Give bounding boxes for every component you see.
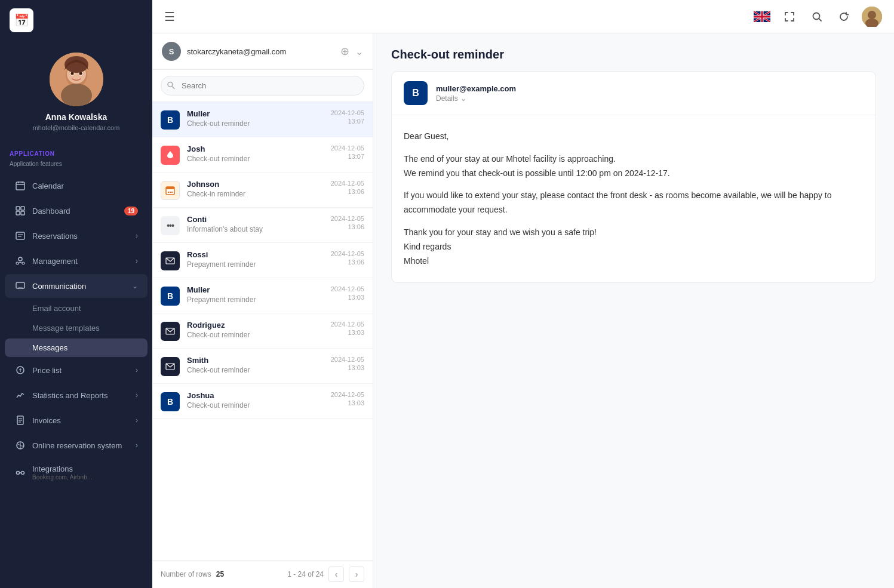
email-item[interactable]: B Muller Prepayment reminder 2024-12-05 … xyxy=(152,278,373,313)
sidebar-item-communication[interactable]: Communication ⌄ xyxy=(5,274,148,298)
search-icon[interactable] xyxy=(807,7,827,27)
topbar-user-avatar[interactable] xyxy=(862,7,882,27)
avatar-image xyxy=(50,53,103,106)
email-date: 2024-12-05 xyxy=(331,144,364,152)
email-sender-name: Johnson xyxy=(187,180,324,189)
sender-avatar: B xyxy=(404,81,428,105)
pricelist-chevron-icon: › xyxy=(136,366,138,374)
language-selector[interactable] xyxy=(752,7,772,27)
email-item[interactable]: Johnson Check-in reminder 2024-12-05 13:… xyxy=(152,173,373,208)
sidebar: 📅 Anna Kowalska xyxy=(0,0,152,588)
source-icon-booking: B xyxy=(161,287,180,306)
email-meta: 2024-12-05 13:07 xyxy=(331,109,364,125)
integrations-sublabel: Booking.com, Airbnb... xyxy=(32,474,138,481)
email-date: 2024-12-05 xyxy=(331,391,364,398)
statistics-chevron-icon: › xyxy=(136,391,138,399)
reservations-chevron-icon: › xyxy=(136,232,138,240)
email-item[interactable]: B Muller Check-out reminder 2024-12-05 1… xyxy=(152,102,373,137)
sidebar-section-sub: Application features xyxy=(0,161,152,173)
svg-point-20 xyxy=(19,257,22,261)
details-toggle[interactable]: Details ⌄ xyxy=(436,94,864,103)
email-date: 2024-12-05 xyxy=(331,215,364,222)
email-content: Muller Prepayment reminder xyxy=(187,285,324,304)
sidebar-reservations-label: Reservations xyxy=(32,232,130,241)
source-icon-airbnb xyxy=(161,146,180,165)
email-list: B Muller Check-out reminder 2024-12-05 1… xyxy=(152,102,373,560)
sidebar-sub-item-messages[interactable]: Messages xyxy=(5,338,148,357)
price-list-icon xyxy=(14,364,26,376)
email-sender-name: Rodriguez xyxy=(187,321,324,330)
email-time: 13:03 xyxy=(331,364,364,371)
sender-email: muller@example.com xyxy=(436,84,864,93)
svg-point-44 xyxy=(168,192,169,193)
sidebar-item-integrations[interactable]: Integrations Booking.com, Airbnb... xyxy=(5,458,148,487)
email-list-footer: Number of rows 25 1 - 24 of 24 ‹ › xyxy=(152,560,373,588)
sidebar-item-label: Calendar xyxy=(32,181,138,190)
pagination-prev-button[interactable]: ‹ xyxy=(328,567,344,582)
sidebar-item-calendar[interactable]: Calendar xyxy=(5,174,148,198)
email-sender-name: Muller xyxy=(187,285,324,294)
email-subject: Check-out reminder xyxy=(187,119,324,128)
dashboard-icon xyxy=(14,205,26,217)
content-area: S stokarczykaneta@gmail.com ⊕ ⌄ B xyxy=(152,33,894,588)
rows-count: 25 xyxy=(216,570,224,578)
avatar xyxy=(50,53,103,106)
sidebar-online-res-label: Online reservation system xyxy=(32,441,130,450)
sidebar-item-invoices[interactable]: Invoices › xyxy=(5,408,148,432)
email-subject: Check-out reminder xyxy=(187,366,324,374)
email-item[interactable]: Rodriguez Check-out reminder 2024-12-05 … xyxy=(152,313,373,349)
sidebar-sub-item-message-templates[interactable]: Message templates xyxy=(5,319,148,337)
account-chevron-icon[interactable]: ⌄ xyxy=(355,46,363,57)
email-meta: 2024-12-05 13:03 xyxy=(331,356,364,371)
svg-line-36 xyxy=(819,19,822,21)
add-account-icon[interactable]: ⊕ xyxy=(340,45,349,58)
sidebar-communication-label: Communication xyxy=(32,282,126,291)
source-icon-envelope xyxy=(161,357,180,376)
email-content: Muller Check-out reminder xyxy=(187,109,324,128)
email-subject: Check-out reminder xyxy=(187,331,324,339)
svg-rect-43 xyxy=(166,187,174,189)
communication-icon xyxy=(14,280,26,292)
invoices-icon xyxy=(14,414,26,426)
rows-label: Number of rows xyxy=(161,570,211,578)
pagination-next-button[interactable]: › xyxy=(349,567,364,582)
email-sender-name: Rossi xyxy=(187,250,324,259)
email-subject: Information's about stay xyxy=(187,225,324,233)
sidebar-item-reservations[interactable]: Reservations › xyxy=(5,224,148,248)
email-subject: Check-out reminder xyxy=(187,155,324,163)
sidebar-item-price-list[interactable]: Price list › xyxy=(5,358,148,382)
email-meta: 2024-12-05 13:06 xyxy=(331,250,364,266)
email-item[interactable]: ••• Conti Information's about stay 2024-… xyxy=(152,208,373,243)
email-time: 13:06 xyxy=(331,223,364,230)
email-subject: Check-out reminder xyxy=(187,401,324,410)
search-inner-icon xyxy=(167,81,175,91)
email-meta: 2024-12-05 13:03 xyxy=(331,391,364,407)
sidebar-sub-item-email-account[interactable]: Email account xyxy=(5,299,148,318)
details-label: Details xyxy=(436,94,458,103)
email-date: 2024-12-05 xyxy=(331,250,364,257)
email-time: 13:07 xyxy=(331,153,364,160)
email-content: Rodriguez Check-out reminder xyxy=(187,321,324,339)
sidebar-dashboard-label: Dashboard xyxy=(32,207,118,216)
email-content: Joshua Check-out reminder xyxy=(187,391,324,410)
email-item[interactable]: Josh Check-out reminder 2024-12-05 13:07 xyxy=(152,137,373,173)
email-item[interactable]: Rossi Prepayment reminder 2024-12-05 13:… xyxy=(152,243,373,278)
email-time: 13:03 xyxy=(331,399,364,407)
email-subject: Prepayment reminder xyxy=(187,260,324,269)
email-sender-name: Conti xyxy=(187,215,324,224)
refresh-icon[interactable] xyxy=(834,7,855,27)
sidebar-item-management[interactable]: Management › xyxy=(5,249,148,273)
email-date: 2024-12-05 xyxy=(331,285,364,293)
sidebar-item-dashboard[interactable]: Dashboard 19 xyxy=(5,199,148,223)
email-item[interactable]: B Joshua Check-out reminder 2024-12-05 1… xyxy=(152,384,373,419)
menu-toggle-icon[interactable]: ☰ xyxy=(164,10,175,24)
search-input[interactable] xyxy=(161,76,364,96)
dashboard-badge: 19 xyxy=(124,207,138,216)
fullscreen-icon[interactable] xyxy=(779,7,800,27)
email-content: Johnson Check-in reminder xyxy=(187,180,324,198)
email-content: Rossi Prepayment reminder xyxy=(187,250,324,269)
email-item[interactable]: Smith Check-out reminder 2024-12-05 13:0… xyxy=(152,349,373,384)
sidebar-item-online-reservation[interactable]: Online reservation system › xyxy=(5,433,148,457)
email-detail-panel: Check-out reminder B muller@example.com … xyxy=(373,33,894,588)
sidebar-item-statistics[interactable]: Statistics and Reports › xyxy=(5,383,148,407)
